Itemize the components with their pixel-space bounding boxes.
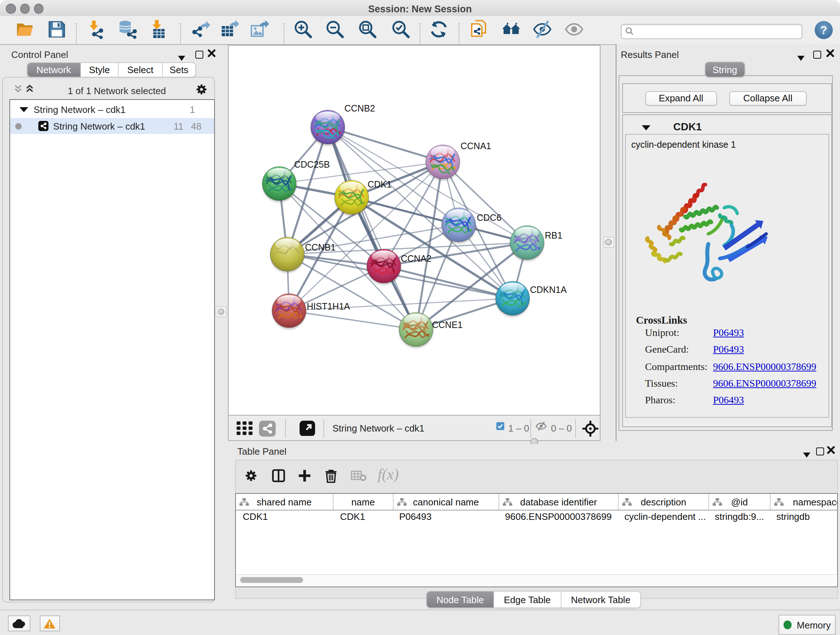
show-columns-icon[interactable] (272, 469, 285, 482)
import-table-from-file-icon[interactable] (148, 19, 168, 39)
hide-selected-icon[interactable] (532, 19, 552, 39)
node-RB1[interactable]: RB1 (510, 225, 562, 261)
tab-network-table[interactable]: Network Table (561, 592, 640, 608)
left-splitter-handle[interactable] (216, 306, 226, 317)
results-panel-float-icon[interactable] (813, 50, 821, 61)
table-cell[interactable]: 9606.ENSP00000378699 (505, 511, 617, 522)
zoom-out-icon[interactable] (325, 19, 344, 39)
table-horizontal-scrollbar[interactable] (236, 574, 835, 585)
section-collapse-icon[interactable] (642, 125, 651, 130)
import-network-from-database-icon[interactable] (118, 19, 137, 39)
table-header-row: shared namenamecanonical namedatabase id… (235, 494, 837, 510)
export-network-icon[interactable] (191, 19, 210, 39)
help-button[interactable]: ? (815, 21, 833, 39)
table-panel-close-icon[interactable] (827, 446, 835, 454)
show-all-icon[interactable] (564, 19, 584, 39)
network-share-icon[interactable] (259, 420, 275, 436)
table-cell[interactable]: cyclin-dependent ... (624, 511, 707, 522)
node-CCNB1[interactable]: CCNB1 (270, 237, 335, 272)
table-cell[interactable]: CDK1 (243, 511, 333, 522)
crosslink-value-link[interactable]: P06493 (713, 327, 744, 339)
control-panel-tabs: Network Style Select Sets (27, 62, 196, 78)
open-in-new-window-icon[interactable] (300, 420, 315, 436)
import-network-from-file-icon[interactable] (86, 19, 106, 39)
network-label: String Network – cdk1 (53, 120, 145, 131)
search-input[interactable] (621, 24, 802, 39)
edge-CCNA1-HIST1H1A[interactable] (289, 162, 442, 310)
collapse-all-button[interactable]: Collapse All (729, 91, 806, 105)
tab-edge-table[interactable]: Edge Table (494, 592, 561, 608)
zoom-selected-icon[interactable] (391, 19, 410, 39)
clone-network-icon[interactable] (469, 19, 489, 39)
zoom-fit-content-icon[interactable] (357, 19, 377, 39)
column-header-namespace[interactable]: namespace (771, 494, 837, 510)
tree-expander-icon[interactable] (19, 107, 28, 112)
edge-CCNE1-HIST1H1A[interactable] (289, 310, 416, 329)
scrollbar-thumb[interactable] (240, 577, 303, 583)
memory-button[interactable]: Memory (778, 615, 836, 635)
table-cell[interactable]: stringdb (776, 511, 837, 522)
open-session-icon[interactable] (15, 19, 35, 39)
crosslink-value-link[interactable]: 9606.ENSP00000378699 (713, 378, 816, 390)
title-bar: Session: New Session (0, 0, 840, 16)
network-options-gear-icon[interactable] (196, 84, 207, 95)
control-panel-menu-icon[interactable] (178, 52, 185, 63)
function-builder-icon[interactable]: f(x) (378, 466, 399, 484)
results-panel-close-icon[interactable] (826, 49, 834, 57)
right-splitter[interactable] (600, 44, 616, 441)
toolbar-separator (284, 23, 284, 45)
node-CDKN1A[interactable]: CDKN1A (495, 281, 567, 317)
edge-CCNA2-CDKN1A[interactable] (384, 266, 512, 298)
network-row-selected[interactable]: String Network – cdk1 11 48 (10, 118, 214, 134)
tab-style[interactable]: Style (81, 63, 118, 77)
cloud-button[interactable] (8, 616, 30, 631)
table-cell[interactable]: P06493 (399, 511, 498, 522)
delete-column-icon[interactable] (325, 469, 337, 483)
table-cell[interactable]: stringdb:9... (715, 511, 769, 522)
search-icon (625, 27, 634, 35)
tab-sets[interactable]: Sets (163, 63, 195, 77)
tab-select[interactable]: Select (118, 63, 163, 77)
tab-network[interactable]: Network (27, 63, 81, 77)
column-header-shared-name[interactable]: shared name (235, 494, 333, 510)
table-cell[interactable]: CDK1 (340, 511, 393, 522)
node-CDC6[interactable]: CDC6 (441, 207, 501, 243)
tab-node-table[interactable]: Node Table (427, 592, 494, 608)
network-canvas[interactable]: CCNB2CCNA1CDC25BCDK1CDC6RB1CCNB1CCNA2CDK… (227, 44, 600, 415)
table-settings-gear-icon[interactable] (245, 470, 257, 481)
expand-all-button[interactable]: Expand All (645, 91, 717, 105)
zoom-in-icon[interactable] (293, 19, 312, 39)
column-header--id[interactable]: @id (709, 494, 771, 510)
node-HIST1H1A[interactable]: HIST1H1A (272, 293, 350, 329)
table-panel-menu-icon[interactable] (803, 449, 810, 460)
column-header-name[interactable]: name (333, 494, 393, 510)
crosslink-value-link[interactable]: P06493 (713, 344, 744, 356)
crosslink-value-link[interactable]: 9606.ENSP00000378699 (713, 361, 816, 372)
birds-eye-view-icon[interactable] (236, 421, 253, 435)
control-panel-float-icon[interactable] (195, 50, 203, 61)
apply-layout-icon[interactable] (429, 19, 448, 39)
edge-CCNA1-CCNB2[interactable] (327, 127, 442, 162)
warning-button[interactable] (39, 616, 60, 631)
column-header-description[interactable]: description (619, 494, 709, 510)
right-splitter-handle[interactable] (603, 237, 614, 248)
netbar-separator (323, 419, 324, 438)
node-CCNA2[interactable]: CCNA2 (366, 249, 431, 285)
collection-count: 1 (190, 104, 195, 115)
crosslink-value-link[interactable]: P06493 (713, 394, 744, 406)
export-table-icon[interactable] (220, 19, 240, 39)
save-session-icon[interactable] (47, 19, 66, 39)
delete-table-icon[interactable] (351, 470, 367, 481)
tab-string[interactable]: String (705, 63, 745, 77)
results-panel-menu-icon[interactable] (797, 52, 805, 63)
first-neighbors-icon[interactable] (501, 19, 521, 39)
left-splitter[interactable] (213, 44, 227, 610)
column-header-canonical-name[interactable]: canonical name (393, 494, 499, 510)
section-title: CDK1 (673, 120, 702, 132)
add-column-icon[interactable] (297, 469, 312, 483)
export-image-icon[interactable] (249, 19, 269, 39)
column-header-database-identifier[interactable]: database identifier (499, 494, 619, 510)
table-panel-float-icon[interactable] (816, 447, 824, 458)
network-collection-row[interactable]: String Network – cdk1 1 (10, 102, 214, 118)
fit-selected-crosshair-icon[interactable] (582, 420, 598, 436)
